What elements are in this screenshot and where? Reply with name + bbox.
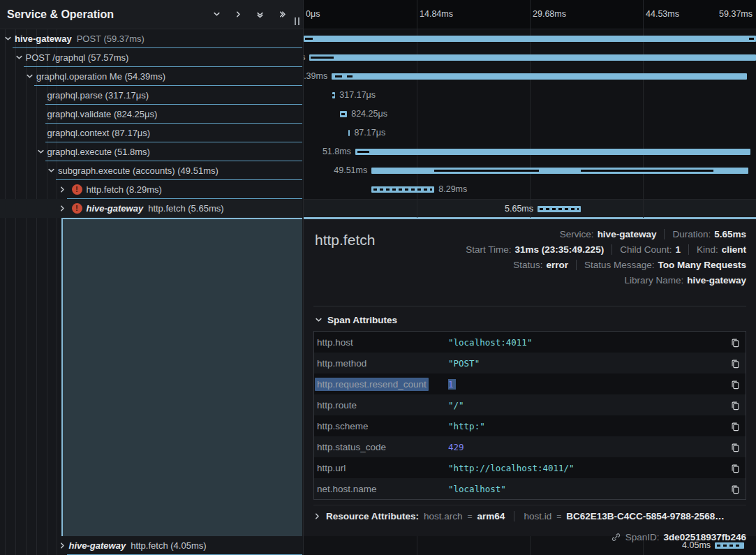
copy-icon[interactable]: [727, 379, 743, 390]
span-bar[interactable]: [332, 92, 336, 98]
service-name: hive-gateway: [15, 34, 72, 44]
span-bar[interactable]: [332, 73, 747, 80]
self-time-mark: [332, 94, 334, 96]
panel-resize-handle[interactable]: [293, 17, 300, 26]
tree-row[interactable]: POST /graphql (57.57ms): [0, 48, 302, 67]
chevron-down-icon[interactable]: [15, 54, 23, 61]
tree-row[interactable]: graphql.execute (51.8ms): [0, 142, 302, 161]
span-bar[interactable]: [348, 130, 350, 136]
attribute-row: http.route"/": [314, 394, 746, 415]
span-bar[interactable]: [355, 149, 750, 155]
link-icon[interactable]: [611, 532, 621, 542]
span-bar[interactable]: [715, 542, 743, 549]
chevron-down-icon[interactable]: [26, 73, 34, 80]
ruler-tick-label: 14.84ms: [420, 9, 453, 19]
copy-icon[interactable]: [727, 442, 743, 452]
span-bar[interactable]: [538, 206, 581, 212]
chevron-right-icon[interactable]: [59, 542, 66, 549]
timeline-ruler: 0μs14.84ms29.68ms44.53ms59.37ms: [304, 0, 756, 29]
span-attributes-header[interactable]: Span Attributes: [315, 315, 746, 325]
meta-separator: [612, 244, 612, 255]
expand-all-icon[interactable]: [276, 10, 286, 20]
meta-label: Child Count:: [620, 244, 672, 255]
tree-row[interactable]: hive-gatewayhttp.fetch (4.05ms): [0, 536, 302, 555]
copy-icon[interactable]: [727, 484, 743, 494]
timeline-row: 8.29ms: [304, 180, 756, 199]
attribute-value-text: "POST": [448, 358, 480, 369]
attribute-key-text: http.host: [317, 337, 353, 348]
copy-icon[interactable]: [727, 421, 743, 431]
resource-key: host.arch: [424, 511, 463, 521]
attribute-value-text: 1: [448, 379, 456, 390]
timeline-rows: 57.57ms54.39ms317.17μs824.25μs87.17μs51.…: [304, 29, 756, 218]
span-duration-label: 4.05ms: [682, 536, 711, 555]
collapse-one-icon[interactable]: [212, 10, 221, 20]
span-duration-label: 824.25μs: [351, 105, 387, 124]
chevron-down-icon[interactable]: [47, 167, 55, 175]
meta-label: Status Message:: [584, 260, 655, 270]
meta-value: error: [546, 260, 568, 270]
tree-row[interactable]: graphql.parse (317.17μs): [0, 86, 302, 105]
attribute-key: http.scheme: [317, 421, 448, 431]
tree-row[interactable]: !http.fetch (8.29ms): [0, 180, 302, 199]
meta-value: Too Many Requests: [658, 260, 746, 270]
span-id-label: SpanID:: [625, 532, 660, 542]
meta-value: hive-gateway: [687, 275, 746, 286]
tree-row[interactable]: graphql.operation Me (54.39ms): [0, 67, 302, 86]
span-bar[interactable]: [371, 168, 748, 174]
attribute-key: http.host: [317, 337, 448, 348]
self-time-mark: [581, 170, 713, 172]
span-attributes-title: Span Attributes: [327, 315, 397, 325]
chevron-down-icon[interactable]: [4, 35, 12, 43]
chevron-right-icon[interactable]: [59, 186, 66, 193]
attribute-value-text: 429: [448, 442, 464, 452]
tree-row[interactable]: graphql.context (87.17μs): [0, 124, 302, 142]
attribute-value: 429: [448, 442, 727, 452]
copy-icon[interactable]: [727, 337, 743, 348]
self-time-mark: [311, 57, 334, 59]
attribute-value-text: "http://localhost:4011/": [448, 463, 575, 473]
operation-label: subgraph.execute (accounts) (49.51ms): [58, 165, 218, 176]
service-name: hive-gateway: [87, 203, 144, 214]
span-bar[interactable]: [340, 111, 347, 117]
tree-row[interactable]: !hive-gatewayhttp.fetch (5.65ms): [0, 199, 302, 218]
expand-one-icon[interactable]: [233, 10, 243, 20]
collapse-all-icon[interactable]: [255, 10, 265, 20]
trace-viewer: Service & Operation hive-gatewayPOST (59…: [0, 0, 756, 555]
self-time-mark: [347, 75, 353, 77]
resource-attributes-row[interactable]: Resource Attributes:host.arch=arm64host.…: [313, 505, 746, 527]
timeline-row: 5.65ms: [304, 199, 756, 218]
copy-icon[interactable]: [727, 463, 743, 473]
chevron-right-icon: [313, 512, 321, 520]
meta-line: Library Name:hive-gateway: [624, 272, 746, 288]
timeline-row: 317.17μs: [304, 86, 756, 105]
copy-icon[interactable]: [727, 400, 743, 410]
chevron-right-icon[interactable]: [59, 205, 66, 212]
attribute-value-text: "/": [448, 400, 464, 410]
span-attributes-table: http.host"localhost:4011"http.method"POS…: [313, 331, 746, 500]
tree-row[interactable]: hive-gatewayPOST (59.37ms): [0, 29, 302, 48]
tree-row[interactable]: subgraph.execute (accounts) (49.51ms): [0, 161, 302, 180]
self-time-mark: [434, 170, 539, 172]
self-time-mark: [357, 151, 369, 153]
attribute-key-text: http.request.resend_count: [315, 378, 429, 391]
meta-label: Library Name:: [624, 275, 683, 286]
span-bar[interactable]: [371, 186, 434, 193]
attribute-row: http.request.resend_count1: [314, 373, 746, 394]
span-duration-label: 51.8ms: [323, 142, 351, 161]
span-duration-label: 87.17μs: [354, 124, 385, 142]
attribute-key: http.route: [317, 400, 448, 410]
self-time-mark: [341, 113, 345, 115]
attribute-value-text: "localhost:4011": [448, 337, 532, 348]
chevron-down-icon[interactable]: [37, 148, 45, 156]
attribute-key: http.request.resend_count: [317, 379, 448, 390]
span-bar[interactable]: [304, 36, 756, 42]
span-bar[interactable]: [309, 54, 756, 61]
resource-key: host.id: [524, 511, 551, 521]
span-duration-label: 57.57ms: [304, 48, 305, 67]
copy-icon[interactable]: [727, 358, 743, 369]
attribute-key: http.status_code: [317, 442, 448, 452]
operation-label: graphql.operation Me (54.39ms): [36, 71, 165, 82]
tree-row[interactable]: graphql.validate (824.25μs): [0, 105, 302, 124]
span-detail-panel: http.fetch Service:hive-gatewayDuration:…: [304, 217, 756, 536]
